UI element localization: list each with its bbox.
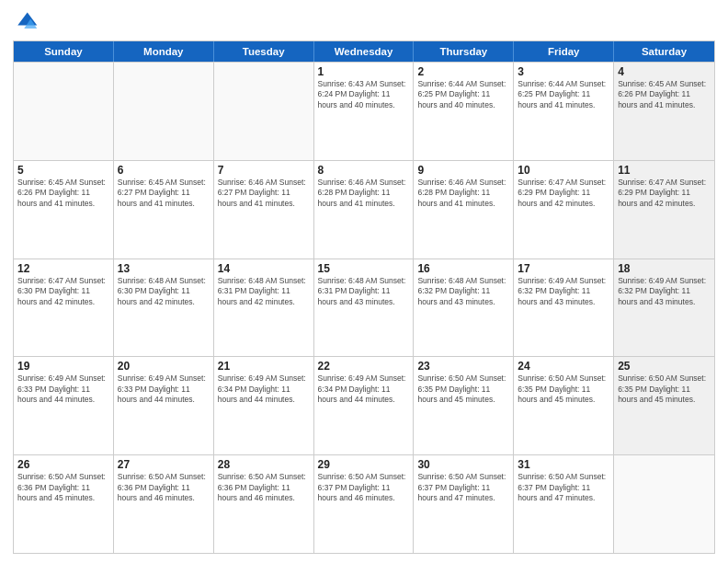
calendar-body: 1Sunrise: 6:43 AM Sunset: 6:24 PM Daylig… [14,62,714,553]
day-number: 5 [17,164,109,177]
day-number: 16 [417,262,509,275]
day-info: Sunrise: 6:47 AM Sunset: 6:29 PM Dayligh… [518,178,609,209]
header-day-tuesday: Tuesday [214,41,314,62]
day-number: 21 [218,360,310,373]
day-info: Sunrise: 6:49 AM Sunset: 6:34 PM Dayligh… [318,373,410,405]
cal-cell: 28Sunrise: 6:50 AM Sunset: 6:36 PM Dayli… [214,455,314,553]
day-info: Sunrise: 6:46 AM Sunset: 6:28 PM Dayligh… [318,178,410,209]
day-info: Sunrise: 6:45 AM Sunset: 6:26 PM Dayligh… [17,178,109,209]
day-number: 17 [518,262,609,275]
cal-cell: 22Sunrise: 6:49 AM Sunset: 6:34 PM Dayli… [314,357,415,454]
day-number: 14 [218,262,310,275]
day-number: 2 [417,65,509,78]
day-number: 6 [118,164,210,177]
day-info: Sunrise: 6:50 AM Sunset: 6:37 PM Dayligh… [518,472,609,503]
day-number: 27 [118,458,210,471]
day-info: Sunrise: 6:50 AM Sunset: 6:35 PM Dayligh… [518,373,609,405]
day-number: 12 [17,262,109,275]
day-info: Sunrise: 6:49 AM Sunset: 6:34 PM Dayligh… [218,373,310,405]
cal-cell: 16Sunrise: 6:48 AM Sunset: 6:32 PM Dayli… [414,259,514,357]
day-number: 28 [218,458,310,471]
cal-cell: 5Sunrise: 6:45 AM Sunset: 6:26 PM Daylig… [14,161,114,259]
svg-marker-0 [17,13,37,26]
cal-cell: 13Sunrise: 6:48 AM Sunset: 6:30 PM Dayli… [114,259,214,357]
cal-cell: 10Sunrise: 6:47 AM Sunset: 6:29 PM Dayli… [514,161,614,259]
cal-cell: 11Sunrise: 6:47 AM Sunset: 6:29 PM Dayli… [614,161,714,259]
day-number: 1 [318,65,410,78]
cal-cell: 24Sunrise: 6:50 AM Sunset: 6:35 PM Dayli… [514,357,614,454]
day-number: 9 [417,164,509,177]
cal-cell: 12Sunrise: 6:47 AM Sunset: 6:30 PM Dayli… [14,259,114,357]
day-number: 8 [318,164,410,177]
day-info: Sunrise: 6:49 AM Sunset: 6:33 PM Dayligh… [118,373,210,405]
day-number: 3 [518,65,609,78]
cal-cell: 3Sunrise: 6:44 AM Sunset: 6:25 PM Daylig… [514,63,614,160]
day-info: Sunrise: 6:45 AM Sunset: 6:26 PM Dayligh… [618,79,711,110]
cal-cell: 8Sunrise: 6:46 AM Sunset: 6:28 PM Daylig… [314,161,415,259]
week-3: 12Sunrise: 6:47 AM Sunset: 6:30 PM Dayli… [14,259,714,357]
logo [13,9,42,35]
header-day-friday: Friday [514,41,614,62]
day-info: Sunrise: 6:50 AM Sunset: 6:36 PM Dayligh… [17,472,109,503]
day-info: Sunrise: 6:49 AM Sunset: 6:32 PM Dayligh… [518,276,609,307]
cal-cell: 9Sunrise: 6:46 AM Sunset: 6:28 PM Daylig… [414,161,514,259]
day-number: 24 [518,360,609,373]
day-number: 26 [17,458,109,471]
cal-cell [214,63,314,160]
cal-cell: 15Sunrise: 6:48 AM Sunset: 6:31 PM Dayli… [314,259,415,357]
day-info: Sunrise: 6:46 AM Sunset: 6:27 PM Dayligh… [218,178,310,209]
week-4: 19Sunrise: 6:49 AM Sunset: 6:33 PM Dayli… [14,356,714,454]
day-number: 18 [618,262,711,275]
logo-icon [13,9,39,35]
day-info: Sunrise: 6:49 AM Sunset: 6:33 PM Dayligh… [17,373,109,405]
day-info: Sunrise: 6:44 AM Sunset: 6:25 PM Dayligh… [417,79,509,110]
cal-cell: 1Sunrise: 6:43 AM Sunset: 6:24 PM Daylig… [314,63,415,160]
cal-cell: 27Sunrise: 6:50 AM Sunset: 6:36 PM Dayli… [114,455,214,553]
day-number: 10 [518,164,609,177]
day-number: 29 [318,458,410,471]
day-info: Sunrise: 6:50 AM Sunset: 6:36 PM Dayligh… [218,472,310,503]
cal-cell: 31Sunrise: 6:50 AM Sunset: 6:37 PM Dayli… [514,455,614,553]
day-info: Sunrise: 6:48 AM Sunset: 6:30 PM Dayligh… [118,276,210,307]
cal-cell: 2Sunrise: 6:44 AM Sunset: 6:25 PM Daylig… [414,63,514,160]
day-info: Sunrise: 6:45 AM Sunset: 6:27 PM Dayligh… [118,178,210,209]
day-number: 15 [318,262,410,275]
cal-cell [114,63,214,160]
header-day-monday: Monday [114,41,214,62]
day-number: 7 [218,164,310,177]
day-number: 31 [518,458,609,471]
day-info: Sunrise: 6:50 AM Sunset: 6:36 PM Dayligh… [118,472,210,503]
day-info: Sunrise: 6:48 AM Sunset: 6:32 PM Dayligh… [417,276,509,307]
week-5: 26Sunrise: 6:50 AM Sunset: 6:36 PM Dayli… [14,454,714,553]
day-info: Sunrise: 6:50 AM Sunset: 6:37 PM Dayligh… [417,472,509,503]
page: SundayMondayTuesdayWednesdayThursdayFrid… [0,0,728,563]
cal-cell [614,455,714,553]
cal-cell: 19Sunrise: 6:49 AM Sunset: 6:33 PM Dayli… [14,357,114,454]
cal-cell: 18Sunrise: 6:49 AM Sunset: 6:32 PM Dayli… [614,259,714,357]
day-number: 13 [118,262,210,275]
day-number: 4 [618,65,711,78]
header-day-saturday: Saturday [614,41,714,62]
day-number: 11 [618,164,711,177]
header-day-wednesday: Wednesday [314,41,415,62]
day-info: Sunrise: 6:50 AM Sunset: 6:37 PM Dayligh… [318,472,410,503]
day-info: Sunrise: 6:46 AM Sunset: 6:28 PM Dayligh… [417,178,509,209]
day-number: 23 [417,360,509,373]
day-number: 30 [417,458,509,471]
cal-cell: 23Sunrise: 6:50 AM Sunset: 6:35 PM Dayli… [414,357,514,454]
day-info: Sunrise: 6:43 AM Sunset: 6:24 PM Dayligh… [318,79,410,110]
cal-cell: 30Sunrise: 6:50 AM Sunset: 6:37 PM Dayli… [414,455,514,553]
day-info: Sunrise: 6:44 AM Sunset: 6:25 PM Dayligh… [518,79,609,110]
week-2: 5Sunrise: 6:45 AM Sunset: 6:26 PM Daylig… [14,160,714,259]
day-info: Sunrise: 6:47 AM Sunset: 6:30 PM Dayligh… [17,276,109,307]
day-info: Sunrise: 6:49 AM Sunset: 6:32 PM Dayligh… [618,276,711,307]
day-number: 20 [118,360,210,373]
day-number: 19 [17,360,109,373]
header-day-thursday: Thursday [414,41,514,62]
day-info: Sunrise: 6:48 AM Sunset: 6:31 PM Dayligh… [218,276,310,307]
cal-cell: 25Sunrise: 6:50 AM Sunset: 6:35 PM Dayli… [614,357,714,454]
calendar-header: SundayMondayTuesdayWednesdayThursdayFrid… [14,41,714,62]
day-info: Sunrise: 6:48 AM Sunset: 6:31 PM Dayligh… [318,276,410,307]
header-day-sunday: Sunday [14,41,114,62]
day-info: Sunrise: 6:50 AM Sunset: 6:35 PM Dayligh… [417,373,509,405]
